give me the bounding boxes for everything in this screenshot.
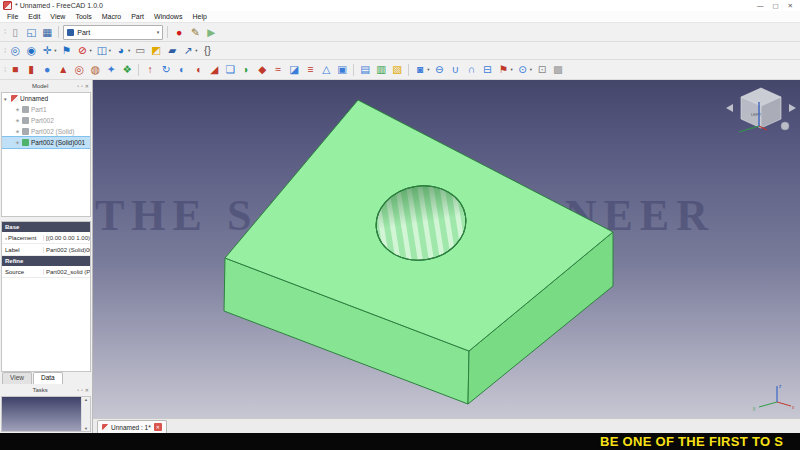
- section-button[interactable]: ◪: [287, 63, 301, 76]
- revolve-button[interactable]: ↻: [159, 63, 173, 76]
- dropdown-arrow-icon[interactable]: ▾: [90, 48, 92, 53]
- clipping-plane-button[interactable]: ⊘▾: [76, 44, 93, 57]
- maximize-button[interactable]: ▢: [772, 2, 778, 10]
- box-icon[interactable]: ■: [9, 64, 21, 75]
- menu-file[interactable]: File: [2, 11, 23, 22]
- make-face-button[interactable]: ❏: [223, 63, 237, 76]
- navigation-cube[interactable]: LEFT: [726, 88, 796, 132]
- minimize-button[interactable]: —: [757, 2, 764, 10]
- box-button[interactable]: ■: [8, 63, 22, 76]
- menu-edit[interactable]: Edit: [23, 11, 45, 22]
- new-file-icon[interactable]: ▯: [9, 27, 21, 38]
- navigation-style-button[interactable]: ✛▾: [40, 44, 57, 57]
- primitives-icon[interactable]: ❖: [121, 64, 133, 75]
- new-file-button[interactable]: ▯: [8, 26, 22, 39]
- edit-macro-button[interactable]: ✎: [188, 26, 202, 39]
- chamfer-button[interactable]: ◢: [207, 63, 221, 76]
- cylinder-button[interactable]: ▮: [24, 63, 38, 76]
- dropdown-arrow-icon[interactable]: ▾: [128, 48, 130, 53]
- expression-button[interactable]: {}: [201, 44, 215, 57]
- axonometric-view-icon[interactable]: ◫: [96, 45, 108, 56]
- extrude-button[interactable]: ↑: [143, 63, 157, 76]
- dropdown-arrow-icon[interactable]: ▾: [427, 67, 429, 72]
- mirror-button[interactable]: ◐: [175, 63, 189, 76]
- torus-icon[interactable]: ◎: [73, 64, 85, 75]
- extrude-icon[interactable]: ↑: [144, 64, 156, 75]
- compound-button[interactable]: ▤: [358, 63, 372, 76]
- tube-icon[interactable]: ◍: [89, 64, 101, 75]
- tab-view[interactable]: View: [2, 372, 32, 384]
- tree-item[interactable]: ◈Part002 (Solid): [2, 126, 90, 137]
- menu-windows[interactable]: Windows: [149, 11, 187, 22]
- property-group-header[interactable]: Refine: [2, 256, 90, 266]
- measure-icon[interactable]: ▭: [134, 45, 146, 56]
- close-button[interactable]: ✕: [788, 2, 793, 10]
- mirror-icon[interactable]: ◐: [176, 64, 188, 75]
- appearance-button[interactable]: ◩: [149, 44, 163, 57]
- fit-selection-button[interactable]: ◉: [24, 44, 38, 57]
- shape-builder-button[interactable]: ✦: [104, 63, 118, 76]
- draw-style-button[interactable]: ⚑: [60, 44, 74, 57]
- make-face-icon[interactable]: ❏: [224, 64, 236, 75]
- property-value[interactable]: [(0.00 0.00 1.00); 0.00...: [44, 235, 90, 241]
- workbench-selector[interactable]: Part ▾: [63, 25, 163, 40]
- scroll-up-icon[interactable]: ▲: [84, 397, 88, 402]
- defeaturing-icon[interactable]: ⊙: [517, 64, 529, 75]
- menu-part[interactable]: Part: [126, 11, 149, 22]
- torus-button[interactable]: ◎: [72, 63, 86, 76]
- dropdown-arrow-icon[interactable]: ▾: [54, 48, 56, 53]
- record-macro-button[interactable]: ●: [172, 26, 186, 39]
- 3d-viewport[interactable]: THE SAVVY ENGINEER: [93, 80, 800, 418]
- property-value[interactable]: Part002 (Solid)001: [44, 247, 90, 253]
- union-icon[interactable]: ∪: [450, 64, 462, 75]
- check-geometry-button[interactable]: ⚑▾: [497, 63, 514, 76]
- navigation-style-icon[interactable]: ✛: [41, 45, 53, 56]
- fit-all-button[interactable]: ◎: [8, 44, 22, 57]
- menu-tools[interactable]: Tools: [70, 11, 96, 22]
- menu-view[interactable]: View: [45, 11, 70, 22]
- document-close-icon[interactable]: ✕: [154, 423, 162, 431]
- property-row[interactable]: LabelPart002 (Solid)001: [2, 244, 90, 256]
- split-button[interactable]: ⊟: [481, 63, 495, 76]
- sweep-icon[interactable]: ≈: [272, 64, 284, 75]
- tree-item-document[interactable]: ▾ Unnamed: [2, 93, 90, 104]
- export-button[interactable]: ↗▾: [181, 44, 198, 57]
- zoom-tools-button[interactable]: ◕▾: [114, 44, 131, 57]
- play-macro-button[interactable]: ▶: [204, 26, 218, 39]
- nav-arrow-left-icon[interactable]: [726, 104, 733, 112]
- panel-float-icon[interactable]: ▫: [77, 387, 79, 393]
- tab-data[interactable]: Data: [33, 372, 63, 384]
- texture-icon[interactable]: ▰: [166, 45, 178, 56]
- sphere-button[interactable]: ●: [40, 63, 54, 76]
- primitives-button[interactable]: ❖: [120, 63, 134, 76]
- fit-all-icon[interactable]: ◎: [9, 45, 21, 56]
- menu-macro[interactable]: Macro: [97, 11, 126, 22]
- refine-shape-icon[interactable]: ⊡: [536, 64, 548, 75]
- property-row[interactable]: SourcePart002_solid (Part0...: [2, 266, 90, 278]
- cone-icon[interactable]: ▲: [57, 64, 69, 75]
- shape-builder-icon[interactable]: ✦: [105, 64, 117, 75]
- tube-button[interactable]: ◍: [88, 63, 102, 76]
- intersection-icon[interactable]: ∩: [466, 64, 478, 75]
- loft-button[interactable]: ◆: [255, 63, 269, 76]
- cross-sections-button[interactable]: ≡: [303, 63, 317, 76]
- chamfer-icon[interactable]: ◢: [208, 64, 220, 75]
- dropdown-arrow-icon[interactable]: ▾: [195, 48, 197, 53]
- appearance-icon[interactable]: ◩: [150, 45, 162, 56]
- edit-macro-icon[interactable]: ✎: [189, 27, 201, 38]
- cylinder-icon[interactable]: ▮: [25, 64, 37, 75]
- thickness-icon[interactable]: ▣: [336, 64, 348, 75]
- offset-button[interactable]: △: [319, 63, 333, 76]
- zoom-tools-icon[interactable]: ◕: [115, 45, 127, 56]
- cut-icon[interactable]: ⊖: [434, 64, 446, 75]
- expression-icon[interactable]: {}: [202, 45, 214, 56]
- fillet-icon[interactable]: ◖: [192, 64, 204, 75]
- open-file-button[interactable]: ◱: [24, 26, 38, 39]
- panel-dock-icon[interactable]: ▫: [81, 387, 83, 393]
- fillet-button[interactable]: ◖: [191, 63, 205, 76]
- play-macro-icon[interactable]: ▶: [205, 27, 217, 38]
- measure-button[interactable]: ▭: [133, 44, 147, 57]
- ruled-surface-icon[interactable]: ◗: [240, 64, 252, 75]
- check-geometry-icon[interactable]: ⚑: [498, 64, 510, 75]
- scroll-down-icon[interactable]: ▼: [84, 426, 88, 431]
